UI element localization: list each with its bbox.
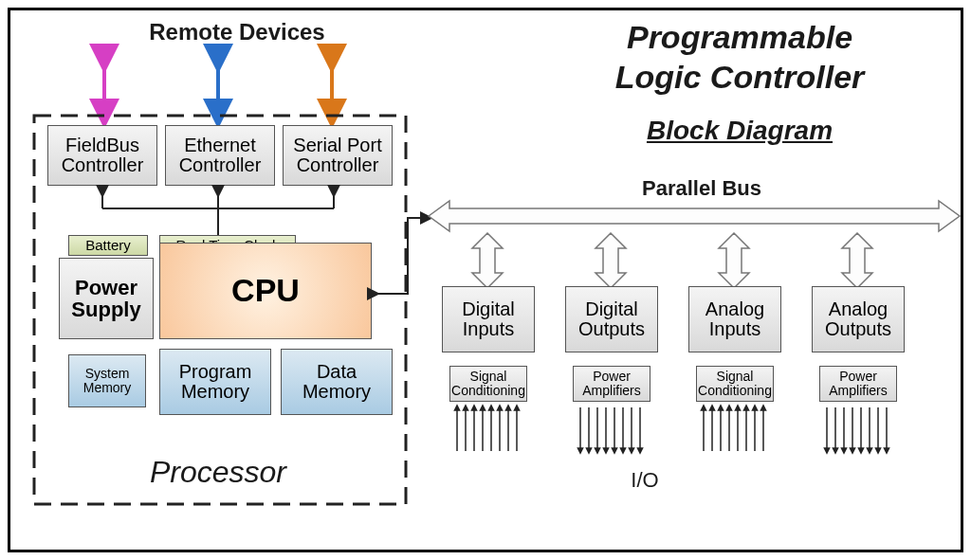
data-memory-label: Data Memory [285,362,388,402]
analog-inputs-box: Analog Inputs [688,286,781,352]
program-memory-box: Program Memory [159,349,271,415]
remote-devices-label: Remote Devices [114,19,360,45]
title-line1: Programmable [531,19,948,56]
power-supply-label: Power Supply [64,277,149,320]
program-memory-label: Program Memory [164,362,266,402]
data-memory-box: Data Memory [281,349,393,415]
power-amp-1-label: Power Amplifiers [577,370,646,397]
serial-controller-label: Serial Port Controller [287,135,388,175]
battery-box: Battery [68,235,148,256]
cpu-box: CPU [159,243,372,339]
power-supply-box: Power Supply [59,258,154,339]
signal-cond-1-box: Signal Conditioning [449,366,527,402]
power-amp-2-box: Power Amplifiers [819,366,897,402]
title-line2: Logic Controller [531,59,948,96]
fieldbus-controller-box: FieldBus Controller [47,125,157,186]
power-amp-2-label: Power Amplifiers [824,370,892,397]
io-label: I/O [607,468,683,493]
bus-io-arrows [436,233,958,288]
serial-controller-box: Serial Port Controller [283,125,393,186]
parallel-bus-arrow [429,197,960,235]
io-signal-arrows [436,402,929,459]
power-amp-1-box: Power Amplifiers [573,366,650,402]
signal-cond-1-label: Signal Conditioning [451,370,525,397]
battery-label: Battery [85,238,131,253]
subtitle: Block Diagram [588,116,891,146]
ethernet-controller-box: Ethernet Controller [165,125,275,186]
digital-outputs-box: Digital Outputs [565,286,658,352]
digital-inputs-label: Digital Inputs [447,299,530,339]
signal-cond-2-label: Signal Conditioning [698,370,772,397]
ethernet-controller-label: Ethernet Controller [170,135,270,175]
digital-inputs-box: Digital Inputs [442,286,535,352]
signal-cond-2-box: Signal Conditioning [696,366,774,402]
cpu-bus-arrow [370,208,436,303]
cpu-label: CPU [231,274,300,308]
analog-inputs-label: Analog Inputs [693,299,777,339]
digital-outputs-label: Digital Outputs [570,299,653,339]
processor-label: Processor [114,455,322,490]
analog-outputs-label: Analog Outputs [816,299,900,339]
fieldbus-controller-label: FieldBus Controller [52,135,153,175]
system-memory-label: System Memory [73,367,141,394]
analog-outputs-box: Analog Outputs [812,286,905,352]
system-memory-box: System Memory [68,354,146,407]
